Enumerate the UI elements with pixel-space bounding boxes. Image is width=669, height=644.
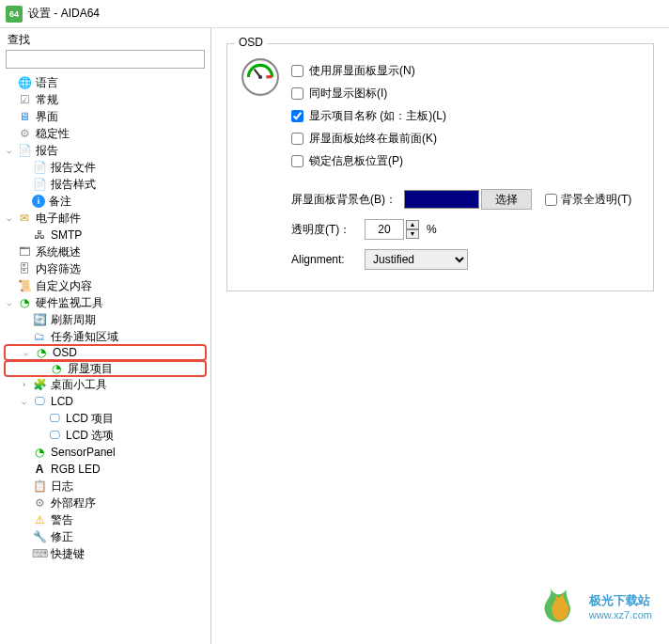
- collapse-icon[interactable]: ⌵: [4, 298, 14, 308]
- tree-item-日志[interactable]: 📋日志: [4, 478, 207, 495]
- osd-checkbox[interactable]: [291, 65, 303, 77]
- tree-item-屏显项目[interactable]: ◔屏显项目: [4, 360, 207, 377]
- tree-item-label: SMTP: [51, 228, 207, 242]
- alignment-label: Alignment:: [291, 253, 365, 266]
- tree-item-sensorpanel[interactable]: ◔SensorPanel: [4, 444, 207, 461]
- bg-color-label: 屏显面板背景色(B)：: [291, 192, 404, 208]
- tree-item-label: 报告样式: [51, 177, 207, 193]
- tree-item-label: LCD: [51, 395, 207, 408]
- opacity-row: 透明度(T)： ▲ ▼ %: [291, 219, 642, 240]
- tree-item-label: 修正: [51, 529, 207, 545]
- no-expander: [19, 549, 29, 559]
- tree-item-报告文件[interactable]: 📄报告文件: [4, 159, 207, 176]
- tree-item-界面[interactable]: 🖥界面: [4, 108, 207, 125]
- osd-checkbox[interactable]: [291, 87, 303, 100]
- gauge-icon: [241, 57, 280, 97]
- osd-checkbox[interactable]: [291, 110, 303, 122]
- tree-item-硬件监视工具[interactable]: ⌵◔硬件监视工具: [4, 294, 207, 311]
- settings-tree[interactable]: 🌐语言☑常规🖥界面⚙稳定性⌵📄报告📄报告文件📄报告样式i备注⌵✉电子邮件🖧SMT…: [0, 72, 210, 644]
- no-expander: [19, 498, 29, 509]
- tree-item-label: OSD: [53, 346, 205, 359]
- kb-icon: ⌨: [32, 546, 47, 561]
- osd-checkbox[interactable]: [291, 133, 303, 145]
- left-panel: 查找 🌐语言☑常规🖥界面⚙稳定性⌵📄报告📄报告文件📄报告样式i备注⌵✉电子邮件🖧…: [0, 28, 211, 644]
- lcd-icon: 🖵: [47, 411, 62, 426]
- tree-item-系统概述[interactable]: 🗔系统概述: [4, 243, 207, 260]
- tree-item-备注[interactable]: i备注: [4, 193, 207, 210]
- transparent-check-label[interactable]: 背景全透明(T): [545, 192, 631, 208]
- tree-item-label: RGB LED: [51, 463, 207, 476]
- tree-item-外部程序[interactable]: ⚙外部程序: [4, 495, 207, 511]
- tree-item-label: LCD 项目: [66, 411, 207, 427]
- opacity-spinner[interactable]: ▲ ▼: [406, 220, 419, 239]
- transparent-checkbox[interactable]: [545, 194, 557, 206]
- tree-item-稳定性[interactable]: ⚙稳定性: [4, 125, 207, 142]
- opacity-label: 透明度(T)：: [291, 222, 365, 238]
- svg-point-2: [258, 75, 262, 79]
- no-expander: [19, 481, 29, 492]
- choose-color-button[interactable]: 选择: [481, 189, 532, 210]
- osd-check-row[interactable]: 锁定信息板位置(P): [291, 153, 642, 169]
- collapse-icon[interactable]: ⌵: [21, 348, 31, 358]
- tree-item-报告[interactable]: ⌵📄报告: [4, 142, 207, 159]
- no-expander: [19, 196, 29, 207]
- flame-icon: [531, 580, 583, 633]
- tree-item-label: 外部程序: [51, 495, 207, 511]
- doc-icon: 📄: [17, 143, 32, 158]
- rgb-icon: A: [32, 462, 47, 477]
- alignment-select[interactable]: Justified: [365, 249, 468, 270]
- tree-item-任务通知区域[interactable]: 🗂任务通知区域: [4, 328, 207, 345]
- search-input[interactable]: [6, 50, 205, 69]
- osd-check-row[interactable]: 显示项目名称 (如：主板)(L): [291, 108, 642, 124]
- no-expander: [19, 532, 29, 542]
- network-icon: 🖧: [32, 228, 47, 243]
- tree-item-smtp[interactable]: 🖧SMTP: [4, 227, 207, 243]
- tree-item-内容筛选[interactable]: 🗄内容筛选: [4, 260, 207, 277]
- tree-item-label: LCD 选项: [66, 428, 207, 444]
- osd-check-row[interactable]: 屏显面板始终在最前面(K): [291, 131, 642, 147]
- tree-item-快捷键[interactable]: ⌨快捷键: [4, 545, 207, 562]
- tree-item-语言[interactable]: 🌐语言: [4, 74, 207, 91]
- collapse-icon[interactable]: ⌵: [4, 213, 14, 224]
- right-panel: OSD 使用屏显面板显示(N)同时显示图标(I)显示项目名称 (如：主板)(L)…: [211, 28, 669, 644]
- no-expander: [19, 315, 29, 325]
- bg-color-swatch[interactable]: [404, 190, 479, 209]
- expand-icon[interactable]: ›: [19, 380, 29, 390]
- tree-item-rgb-led[interactable]: ARGB LED: [4, 461, 207, 478]
- tree-item-刷新周期[interactable]: 🔄刷新周期: [4, 311, 207, 328]
- opacity-input[interactable]: [365, 219, 404, 240]
- osd-check-row[interactable]: 同时显示图标(I): [291, 86, 642, 102]
- collapse-icon[interactable]: ⌵: [4, 146, 14, 156]
- tree-item-lcd-项目[interactable]: 🖵LCD 项目: [4, 410, 207, 427]
- tree-item-桌面小工具[interactable]: ›🧩桌面小工具: [4, 376, 207, 393]
- osd-icon: ◔: [34, 345, 49, 360]
- tree-item-警告[interactable]: ⚠警告: [4, 511, 207, 528]
- tree-item-自定义内容[interactable]: 📜自定义内容: [4, 277, 207, 294]
- no-expander: [4, 264, 14, 275]
- tree-item-报告样式[interactable]: 📄报告样式: [4, 176, 207, 193]
- tree-item-电子邮件[interactable]: ⌵✉电子邮件: [4, 210, 207, 227]
- osd-checkbox[interactable]: [291, 155, 303, 167]
- fix-icon: 🔧: [32, 529, 47, 544]
- tree-item-label: 内容筛选: [36, 261, 207, 277]
- globe-icon: 🌐: [17, 75, 32, 90]
- tree-item-常规[interactable]: ☑常规: [4, 91, 207, 108]
- no-expander: [36, 364, 46, 374]
- alignment-row: Alignment: Justified: [291, 249, 642, 270]
- opacity-up[interactable]: ▲: [406, 220, 419, 229]
- tree-item-lcd-选项[interactable]: 🖵LCD 选项: [4, 427, 207, 444]
- monitor-icon: 🖥: [17, 109, 32, 124]
- tree-item-label: 硬件监视工具: [36, 295, 207, 311]
- tree-item-lcd[interactable]: ⌵🖵LCD: [4, 393, 207, 410]
- collapse-icon[interactable]: ⌵: [19, 397, 29, 407]
- summary-icon: 🗔: [17, 244, 32, 259]
- osd-check-label: 显示项目名称 (如：主板)(L): [309, 108, 446, 124]
- lcd-icon: 🖵: [47, 428, 62, 443]
- opacity-down[interactable]: ▼: [406, 229, 419, 239]
- osd-check-row[interactable]: 使用屏显面板显示(N): [291, 63, 642, 79]
- tree-item-修正[interactable]: 🔧修正: [4, 528, 207, 545]
- tree-item-label: 桌面小工具: [51, 377, 207, 393]
- no-expander: [19, 230, 29, 241]
- tree-item-osd[interactable]: ⌵◔OSD: [4, 344, 207, 361]
- no-expander: [19, 464, 29, 475]
